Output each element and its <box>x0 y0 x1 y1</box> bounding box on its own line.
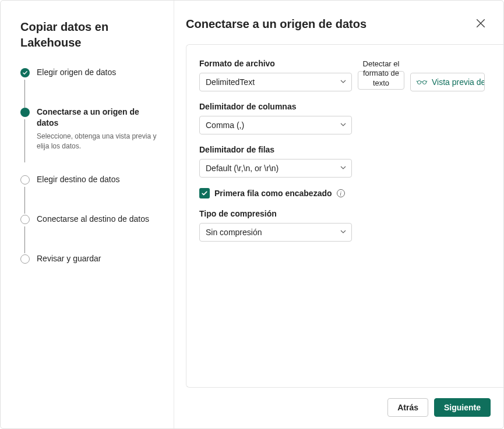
row-delimiter-group: Delimitador de filas <box>199 145 491 178</box>
form-card: Formato de archivo Detectar el formato d… <box>186 44 503 388</box>
wizard-sidebar: Copiar datos en Lakehouse Elegir origen … <box>1 1 174 428</box>
preview-data-button[interactable]: Vista previa de los datos <box>410 73 485 91</box>
pending-step-icon <box>20 175 30 185</box>
step-elegir-origen[interactable]: Elegir origen de datos <box>20 67 161 107</box>
compression-select[interactable] <box>199 223 352 242</box>
svg-point-0 <box>418 80 421 84</box>
first-row-header-row: Primera fila como encabezado i <box>199 188 491 198</box>
wizard-footer: Atrás Siguiente <box>174 388 503 428</box>
row-delimiter-label: Delimitador de filas <box>199 145 491 154</box>
pending-step-icon <box>20 215 30 224</box>
step-label: Conectarse a un origen de datos <box>37 107 139 128</box>
step-label: Revisar y guardar <box>37 254 101 263</box>
back-button[interactable]: Atrás <box>387 398 428 417</box>
col-delimiter-select[interactable] <box>199 116 352 134</box>
compression-label: Tipo de compresión <box>199 209 491 218</box>
step-label: Elegir origen de datos <box>37 68 116 77</box>
svg-point-1 <box>423 80 427 84</box>
main-title: Conectarse a un origen de datos <box>186 17 366 31</box>
pending-step-icon <box>20 254 30 264</box>
first-row-header-label: Primera fila como encabezado <box>214 189 332 198</box>
col-delimiter-group: Delimitador de columnas <box>199 102 491 134</box>
col-delimiter-label: Delimitador de columnas <box>199 102 491 111</box>
close-button[interactable] <box>473 16 488 33</box>
file-format-group: Formato de archivo <box>199 59 352 91</box>
info-icon[interactable]: i <box>337 189 345 197</box>
file-format-select[interactable] <box>199 73 352 91</box>
compression-group: Tipo de compresión <box>199 209 491 242</box>
first-row-header-checkbox[interactable] <box>199 188 210 198</box>
close-icon <box>475 22 486 30</box>
row-delimiter-select[interactable] <box>199 159 352 178</box>
step-elegir-destino[interactable]: Elegir destino de datos <box>20 174 161 214</box>
step-label: Conectarse al destino de datos <box>37 214 149 224</box>
check-circle-icon <box>20 68 30 77</box>
preview-data-label: Vista previa de los datos <box>432 77 485 87</box>
current-step-icon <box>20 108 30 117</box>
step-conectarse-destino[interactable]: Conectarse al destino de datos <box>20 214 161 253</box>
file-format-label: Formato de archivo <box>199 59 352 68</box>
step-description: Seleccione, obtenga una vista previa y e… <box>37 132 161 151</box>
detect-format-button[interactable] <box>358 71 404 90</box>
wizard-steps: Elegir origen de datos Conectarse a un o… <box>20 67 161 272</box>
sidebar-title: Copiar datos en Lakehouse <box>20 19 161 51</box>
glasses-icon <box>417 77 427 87</box>
next-button[interactable]: Siguiente <box>434 398 491 417</box>
main-panel: Conectarse a un origen de datos Formato … <box>174 1 503 428</box>
step-revisar-guardar[interactable]: Revisar y guardar <box>20 253 161 272</box>
step-conectarse-origen[interactable]: Conectarse a un origen de datos Seleccio… <box>20 107 161 175</box>
step-label: Elegir destino de datos <box>37 175 119 184</box>
